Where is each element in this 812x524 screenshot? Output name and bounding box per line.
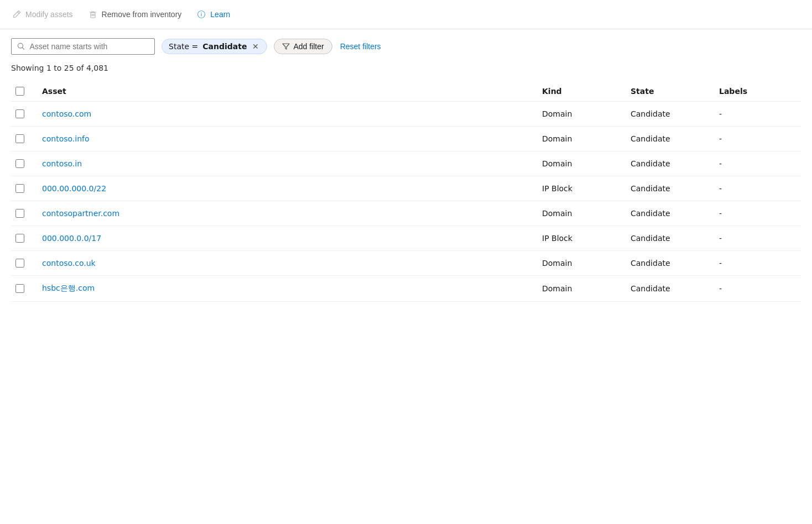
labels-cell: - bbox=[712, 276, 801, 302]
row-checkbox-cell[interactable] bbox=[11, 201, 35, 226]
table-row: contoso.info Domain Candidate - bbox=[11, 127, 801, 151]
kind-cell: IP Block bbox=[535, 176, 624, 201]
labels-cell: - bbox=[712, 151, 801, 176]
asset-link[interactable]: contoso.co.uk bbox=[42, 259, 96, 268]
asset-column-header: Asset bbox=[35, 81, 535, 102]
row-checkbox[interactable] bbox=[15, 209, 24, 218]
select-all-checkbox[interactable] bbox=[15, 87, 24, 96]
row-checkbox-cell[interactable] bbox=[11, 176, 35, 201]
row-checkbox-cell[interactable] bbox=[11, 127, 35, 151]
pencil-icon bbox=[12, 10, 21, 19]
select-all-header[interactable] bbox=[11, 81, 35, 102]
table-header-row: Asset Kind State Labels bbox=[11, 81, 801, 102]
asset-cell[interactable]: hsbc은행.com bbox=[35, 276, 535, 302]
row-checkbox[interactable] bbox=[15, 134, 24, 143]
asset-cell[interactable]: contoso.com bbox=[35, 102, 535, 127]
kind-cell: Domain bbox=[535, 102, 624, 127]
filter-row: State = Candidate ✕ Add filter Reset fil… bbox=[0, 29, 812, 61]
kind-cell: Domain bbox=[535, 201, 624, 226]
row-checkbox[interactable] bbox=[15, 109, 24, 118]
row-checkbox[interactable] bbox=[15, 184, 24, 193]
asset-cell[interactable]: contoso.in bbox=[35, 151, 535, 176]
results-count: Showing 1 to 25 of 4,081 bbox=[0, 61, 812, 81]
reset-filters-button[interactable]: Reset filters bbox=[339, 40, 382, 53]
table-row: hsbc은행.com Domain Candidate - bbox=[11, 276, 801, 302]
funnel-icon bbox=[282, 43, 290, 50]
trash-icon bbox=[89, 10, 97, 19]
state-column-header: State bbox=[624, 81, 712, 102]
row-checkbox-cell[interactable] bbox=[11, 226, 35, 251]
table-body: contoso.com Domain Candidate - contoso.i… bbox=[11, 102, 801, 302]
chip-value: Candidate bbox=[202, 42, 247, 51]
asset-cell[interactable]: contoso.co.uk bbox=[35, 251, 535, 276]
chip-label: State = bbox=[169, 42, 198, 51]
labels-cell: - bbox=[712, 102, 801, 127]
labels-cell: - bbox=[712, 127, 801, 151]
kind-cell: Domain bbox=[535, 127, 624, 151]
table-row: 000.00.000.0/22 IP Block Candidate - bbox=[11, 176, 801, 201]
state-cell: Candidate bbox=[624, 276, 712, 302]
state-cell: Candidate bbox=[624, 102, 712, 127]
kind-cell: Domain bbox=[535, 151, 624, 176]
state-cell: Candidate bbox=[624, 127, 712, 151]
row-checkbox[interactable] bbox=[15, 284, 24, 293]
asset-link[interactable]: contosopartner.com bbox=[42, 209, 119, 218]
asset-cell[interactable]: 000.000.0.0/17 bbox=[35, 226, 535, 251]
asset-link[interactable]: contoso.in bbox=[42, 159, 82, 168]
asset-link[interactable]: 000.000.0.0/17 bbox=[42, 234, 101, 243]
assets-table: Asset Kind State Labels contoso.com Doma… bbox=[11, 81, 801, 302]
row-checkbox-cell[interactable] bbox=[11, 102, 35, 127]
kind-column-header: Kind bbox=[535, 81, 624, 102]
labels-cell: - bbox=[712, 176, 801, 201]
learn-button[interactable]: Learn bbox=[196, 8, 231, 21]
table-row: contoso.in Domain Candidate - bbox=[11, 151, 801, 176]
search-box[interactable] bbox=[11, 38, 155, 55]
table-row: contoso.com Domain Candidate - bbox=[11, 102, 801, 127]
row-checkbox[interactable] bbox=[15, 259, 24, 268]
remove-from-inventory-button[interactable]: Remove from inventory bbox=[87, 8, 183, 21]
modify-assets-button[interactable]: Modify assets bbox=[11, 8, 74, 21]
svg-point-3 bbox=[18, 43, 23, 48]
state-cell: Candidate bbox=[624, 151, 712, 176]
row-checkbox-cell[interactable] bbox=[11, 276, 35, 302]
table-row: contosopartner.com Domain Candidate - bbox=[11, 201, 801, 226]
chip-close-button[interactable]: ✕ bbox=[251, 43, 260, 50]
state-cell: Candidate bbox=[624, 251, 712, 276]
add-filter-button[interactable]: Add filter bbox=[274, 39, 332, 54]
search-icon bbox=[17, 42, 25, 51]
assets-table-wrap: Asset Kind State Labels contoso.com Doma… bbox=[0, 81, 812, 302]
row-checkbox[interactable] bbox=[15, 159, 24, 168]
asset-cell[interactable]: contosopartner.com bbox=[35, 201, 535, 226]
row-checkbox-cell[interactable] bbox=[11, 251, 35, 276]
asset-cell[interactable]: contoso.info bbox=[35, 127, 535, 151]
svg-point-2 bbox=[201, 12, 202, 13]
row-checkbox[interactable] bbox=[15, 234, 24, 243]
labels-cell: - bbox=[712, 201, 801, 226]
asset-cell[interactable]: 000.00.000.0/22 bbox=[35, 176, 535, 201]
labels-cell: - bbox=[712, 226, 801, 251]
labels-column-header: Labels bbox=[712, 81, 801, 102]
asset-link[interactable]: contoso.com bbox=[42, 109, 91, 118]
state-cell: Candidate bbox=[624, 201, 712, 226]
asset-link[interactable]: contoso.info bbox=[42, 134, 90, 143]
search-input[interactable] bbox=[29, 42, 149, 51]
kind-cell: Domain bbox=[535, 251, 624, 276]
state-cell: Candidate bbox=[624, 226, 712, 251]
toolbar: Modify assets Remove from inventory Lear… bbox=[0, 0, 812, 29]
asset-link[interactable]: 000.00.000.0/22 bbox=[42, 184, 106, 193]
table-row: 000.000.0.0/17 IP Block Candidate - bbox=[11, 226, 801, 251]
info-icon bbox=[197, 10, 206, 19]
table-row: contoso.co.uk Domain Candidate - bbox=[11, 251, 801, 276]
state-filter-chip: State = Candidate ✕ bbox=[162, 39, 267, 54]
asset-link[interactable]: hsbc은행.com bbox=[42, 284, 95, 292]
kind-cell: IP Block bbox=[535, 226, 624, 251]
state-cell: Candidate bbox=[624, 176, 712, 201]
labels-cell: - bbox=[712, 251, 801, 276]
row-checkbox-cell[interactable] bbox=[11, 151, 35, 176]
kind-cell: Domain bbox=[535, 276, 624, 302]
